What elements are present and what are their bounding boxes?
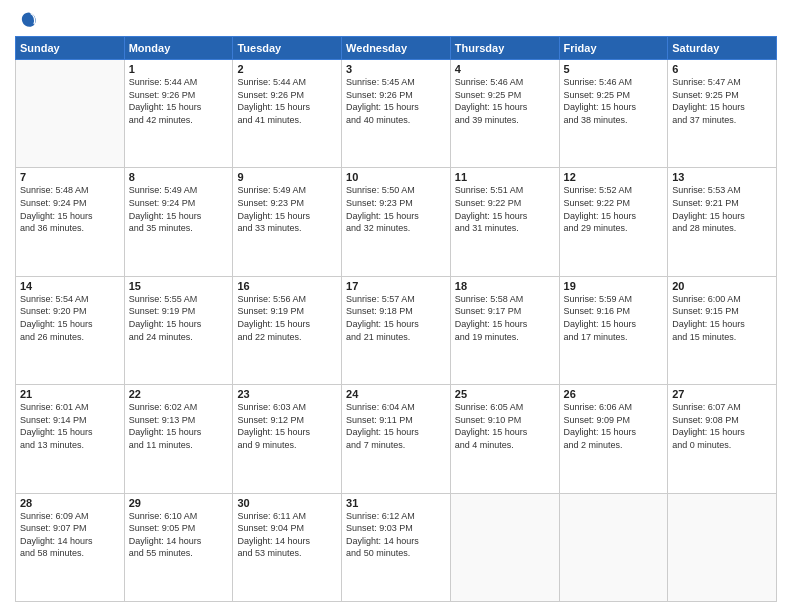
calendar-cell: 1Sunrise: 5:44 AM Sunset: 9:26 PM Daylig…: [124, 60, 233, 168]
day-info: Sunrise: 6:01 AM Sunset: 9:14 PM Dayligh…: [20, 401, 120, 451]
calendar-cell: [668, 493, 777, 601]
day-number: 29: [129, 497, 229, 509]
day-info: Sunrise: 6:02 AM Sunset: 9:13 PM Dayligh…: [129, 401, 229, 451]
calendar-table: Sunday Monday Tuesday Wednesday Thursday…: [15, 36, 777, 602]
calendar-cell: 23Sunrise: 6:03 AM Sunset: 9:12 PM Dayli…: [233, 385, 342, 493]
day-info: Sunrise: 5:58 AM Sunset: 9:17 PM Dayligh…: [455, 293, 555, 343]
day-number: 13: [672, 171, 772, 183]
calendar-week-row-4: 28Sunrise: 6:09 AM Sunset: 9:07 PM Dayli…: [16, 493, 777, 601]
calendar-cell: 4Sunrise: 5:46 AM Sunset: 9:25 PM Daylig…: [450, 60, 559, 168]
day-number: 3: [346, 63, 446, 75]
day-info: Sunrise: 5:46 AM Sunset: 9:25 PM Dayligh…: [455, 76, 555, 126]
calendar-cell: [450, 493, 559, 601]
calendar-cell: 19Sunrise: 5:59 AM Sunset: 9:16 PM Dayli…: [559, 276, 668, 384]
col-friday: Friday: [559, 37, 668, 60]
col-wednesday: Wednesday: [342, 37, 451, 60]
calendar-cell: 28Sunrise: 6:09 AM Sunset: 9:07 PM Dayli…: [16, 493, 125, 601]
calendar-cell: 14Sunrise: 5:54 AM Sunset: 9:20 PM Dayli…: [16, 276, 125, 384]
calendar-cell: [16, 60, 125, 168]
col-saturday: Saturday: [668, 37, 777, 60]
calendar-week-row-0: 1Sunrise: 5:44 AM Sunset: 9:26 PM Daylig…: [16, 60, 777, 168]
calendar-cell: 25Sunrise: 6:05 AM Sunset: 9:10 PM Dayli…: [450, 385, 559, 493]
day-number: 7: [20, 171, 120, 183]
col-tuesday: Tuesday: [233, 37, 342, 60]
day-number: 9: [237, 171, 337, 183]
day-info: Sunrise: 6:07 AM Sunset: 9:08 PM Dayligh…: [672, 401, 772, 451]
day-number: 28: [20, 497, 120, 509]
day-info: Sunrise: 5:44 AM Sunset: 9:26 PM Dayligh…: [237, 76, 337, 126]
calendar-cell: 29Sunrise: 6:10 AM Sunset: 9:05 PM Dayli…: [124, 493, 233, 601]
day-info: Sunrise: 6:11 AM Sunset: 9:04 PM Dayligh…: [237, 510, 337, 560]
day-number: 22: [129, 388, 229, 400]
calendar-cell: 8Sunrise: 5:49 AM Sunset: 9:24 PM Daylig…: [124, 168, 233, 276]
day-info: Sunrise: 6:03 AM Sunset: 9:12 PM Dayligh…: [237, 401, 337, 451]
calendar-cell: 22Sunrise: 6:02 AM Sunset: 9:13 PM Dayli…: [124, 385, 233, 493]
calendar-cell: 21Sunrise: 6:01 AM Sunset: 9:14 PM Dayli…: [16, 385, 125, 493]
day-info: Sunrise: 6:06 AM Sunset: 9:09 PM Dayligh…: [564, 401, 664, 451]
day-info: Sunrise: 5:47 AM Sunset: 9:25 PM Dayligh…: [672, 76, 772, 126]
calendar-cell: 20Sunrise: 6:00 AM Sunset: 9:15 PM Dayli…: [668, 276, 777, 384]
logo: [15, 10, 39, 30]
calendar-cell: 13Sunrise: 5:53 AM Sunset: 9:21 PM Dayli…: [668, 168, 777, 276]
day-number: 15: [129, 280, 229, 292]
day-number: 6: [672, 63, 772, 75]
day-info: Sunrise: 5:55 AM Sunset: 9:19 PM Dayligh…: [129, 293, 229, 343]
calendar-cell: 10Sunrise: 5:50 AM Sunset: 9:23 PM Dayli…: [342, 168, 451, 276]
calendar-cell: 27Sunrise: 6:07 AM Sunset: 9:08 PM Dayli…: [668, 385, 777, 493]
day-number: 11: [455, 171, 555, 183]
calendar-cell: 18Sunrise: 5:58 AM Sunset: 9:17 PM Dayli…: [450, 276, 559, 384]
day-info: Sunrise: 6:12 AM Sunset: 9:03 PM Dayligh…: [346, 510, 446, 560]
day-number: 14: [20, 280, 120, 292]
calendar-cell: 5Sunrise: 5:46 AM Sunset: 9:25 PM Daylig…: [559, 60, 668, 168]
calendar-cell: 7Sunrise: 5:48 AM Sunset: 9:24 PM Daylig…: [16, 168, 125, 276]
day-number: 4: [455, 63, 555, 75]
day-info: Sunrise: 5:45 AM Sunset: 9:26 PM Dayligh…: [346, 76, 446, 126]
calendar-cell: 17Sunrise: 5:57 AM Sunset: 9:18 PM Dayli…: [342, 276, 451, 384]
day-number: 8: [129, 171, 229, 183]
calendar-cell: 6Sunrise: 5:47 AM Sunset: 9:25 PM Daylig…: [668, 60, 777, 168]
day-info: Sunrise: 6:10 AM Sunset: 9:05 PM Dayligh…: [129, 510, 229, 560]
day-info: Sunrise: 5:44 AM Sunset: 9:26 PM Dayligh…: [129, 76, 229, 126]
day-info: Sunrise: 5:49 AM Sunset: 9:24 PM Dayligh…: [129, 184, 229, 234]
calendar-cell: 16Sunrise: 5:56 AM Sunset: 9:19 PM Dayli…: [233, 276, 342, 384]
day-number: 20: [672, 280, 772, 292]
calendar-cell: 9Sunrise: 5:49 AM Sunset: 9:23 PM Daylig…: [233, 168, 342, 276]
day-info: Sunrise: 5:49 AM Sunset: 9:23 PM Dayligh…: [237, 184, 337, 234]
day-info: Sunrise: 5:52 AM Sunset: 9:22 PM Dayligh…: [564, 184, 664, 234]
day-number: 18: [455, 280, 555, 292]
day-info: Sunrise: 5:51 AM Sunset: 9:22 PM Dayligh…: [455, 184, 555, 234]
col-monday: Monday: [124, 37, 233, 60]
col-sunday: Sunday: [16, 37, 125, 60]
day-number: 25: [455, 388, 555, 400]
calendar-cell: 12Sunrise: 5:52 AM Sunset: 9:22 PM Dayli…: [559, 168, 668, 276]
day-info: Sunrise: 5:53 AM Sunset: 9:21 PM Dayligh…: [672, 184, 772, 234]
calendar-cell: 31Sunrise: 6:12 AM Sunset: 9:03 PM Dayli…: [342, 493, 451, 601]
calendar-cell: 2Sunrise: 5:44 AM Sunset: 9:26 PM Daylig…: [233, 60, 342, 168]
calendar-cell: 3Sunrise: 5:45 AM Sunset: 9:26 PM Daylig…: [342, 60, 451, 168]
day-number: 23: [237, 388, 337, 400]
day-info: Sunrise: 5:59 AM Sunset: 9:16 PM Dayligh…: [564, 293, 664, 343]
day-number: 17: [346, 280, 446, 292]
calendar-cell: 24Sunrise: 6:04 AM Sunset: 9:11 PM Dayli…: [342, 385, 451, 493]
day-info: Sunrise: 5:50 AM Sunset: 9:23 PM Dayligh…: [346, 184, 446, 234]
calendar-cell: 15Sunrise: 5:55 AM Sunset: 9:19 PM Dayli…: [124, 276, 233, 384]
day-number: 21: [20, 388, 120, 400]
day-number: 19: [564, 280, 664, 292]
header: [15, 10, 777, 30]
day-number: 26: [564, 388, 664, 400]
calendar-cell: 11Sunrise: 5:51 AM Sunset: 9:22 PM Dayli…: [450, 168, 559, 276]
day-number: 27: [672, 388, 772, 400]
day-info: Sunrise: 5:54 AM Sunset: 9:20 PM Dayligh…: [20, 293, 120, 343]
day-number: 1: [129, 63, 229, 75]
day-number: 12: [564, 171, 664, 183]
day-number: 31: [346, 497, 446, 509]
day-number: 16: [237, 280, 337, 292]
day-number: 10: [346, 171, 446, 183]
day-number: 5: [564, 63, 664, 75]
day-info: Sunrise: 6:09 AM Sunset: 9:07 PM Dayligh…: [20, 510, 120, 560]
calendar-week-row-1: 7Sunrise: 5:48 AM Sunset: 9:24 PM Daylig…: [16, 168, 777, 276]
day-number: 2: [237, 63, 337, 75]
day-info: Sunrise: 5:46 AM Sunset: 9:25 PM Dayligh…: [564, 76, 664, 126]
day-number: 24: [346, 388, 446, 400]
calendar-header-row: Sunday Monday Tuesday Wednesday Thursday…: [16, 37, 777, 60]
